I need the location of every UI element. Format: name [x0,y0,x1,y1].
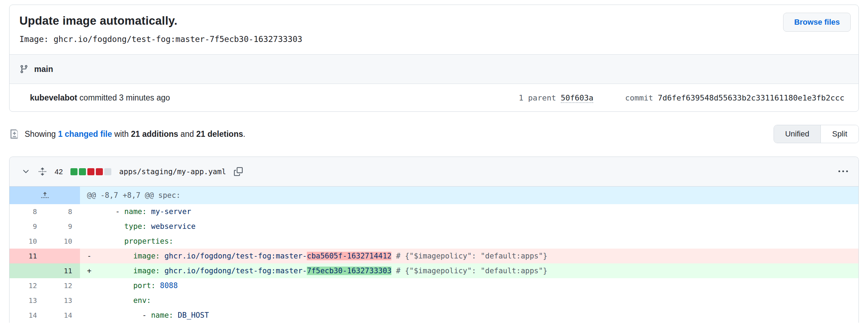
new-line-number[interactable]: 14 [45,308,80,323]
hunk-header-row: @@ -8,7 +8,7 @@ spec: [10,187,858,204]
code-cell: env: [80,293,858,308]
new-line-number[interactable]: 8 [45,204,80,219]
diff-row: 99 type: webservice [10,219,858,234]
changed-files-link[interactable]: 1 changed file [58,129,112,139]
unified-view-button[interactable]: Unified [774,125,820,143]
diffstat-block-neutral [104,168,111,175]
file-diff-icon [9,129,20,139]
deletions-count: 21 deletions [196,129,243,139]
hunk-header-text: @@ -8,7 +8,7 @@ spec: [80,187,858,204]
diff-summary-toolbar: Showing 1 changed file with 21 additions… [9,124,859,144]
code-line: - name: my-server [98,207,191,216]
new-line-number[interactable]: 13 [45,293,80,308]
parent-group: 1 parent 50f603a [519,93,594,102]
commit-description: Image: ghcr.io/fogdong/test-fog:master-7… [19,35,849,44]
diffstat-block-red [96,168,103,175]
summary-mid1: with [112,129,131,139]
new-line-number[interactable]: 10 [45,234,80,249]
diff-row: 11+ image: ghcr.io/fogdong/test-fog:mast… [10,263,858,278]
new-line-number[interactable]: 9 [45,219,80,234]
copy-icon [234,167,243,176]
chevron-down-icon [21,167,30,176]
diff-rows: 88 - name: my-server99 type: webservice1… [10,204,858,323]
commit-sha: 7d6fef639548d55633b2c331161180e1e3fb2ccc [658,93,844,102]
old-line-number[interactable]: 10 [10,234,45,249]
diffstat-block-green [79,168,86,175]
code-cell: - name: DB_HOST [80,308,858,323]
code-line: properties: [98,237,173,245]
git-branch-icon [19,65,29,74]
diff-marker: - [87,249,98,263]
commit-meta-right: 1 parent 50f603a commit 7d6fef639548d556… [519,93,844,102]
commit-label: commit [625,93,658,102]
summary-prefix: Showing [25,129,58,139]
old-line-number[interactable]: 9 [10,219,45,234]
old-line-number[interactable]: 14 [10,308,45,323]
diff-row: 1212 port: 8088 [10,278,858,293]
new-line-number[interactable]: 12 [45,278,80,293]
diff-row: 88 - name: my-server [10,204,858,219]
diff-file-card: 42 apps/staging/my-app.yaml @@ -8,7 +8,7… [9,157,859,323]
changed-files-summary: Showing 1 changed file with 21 additions… [25,129,245,139]
kebab-horizontal-icon [838,167,848,176]
summary-mid2: and [178,129,196,139]
code-line: image: ghcr.io/fogdong/test-fog:master-7… [98,267,547,275]
split-view-button[interactable]: Split [820,125,858,143]
code-cell: properties: [80,234,858,249]
diffstat [70,168,111,175]
diff-view-toggle: Unified Split [774,125,859,143]
diffstat-block-red [87,168,94,175]
code-cell: port: 8088 [80,278,858,293]
code-cell: - name: my-server [80,204,858,219]
new-line-number[interactable]: 11 [45,263,80,278]
diff-row: 11- image: ghcr.io/fogdong/test-fog:mast… [10,249,858,263]
code-cell: + image: ghcr.io/fogdong/test-fog:master… [80,263,858,278]
diff-row: 1414 - name: DB_HOST [10,308,858,323]
code-cell: type: webservice [80,219,858,234]
diffstat-block-green [70,168,78,175]
file-path: apps/staging/my-app.yaml [119,167,226,176]
code-cell: - image: ghcr.io/fogdong/test-fog:master… [80,249,858,263]
old-line-number[interactable] [10,263,45,278]
diff-row: 1313 env: [10,293,858,308]
parent-label: 1 parent [519,93,561,102]
file-header: 42 apps/staging/my-app.yaml [10,157,858,187]
copy-path-button[interactable] [234,167,243,176]
committer-login[interactable]: kubevelabot [30,93,77,102]
diff-row: 1010 properties: [10,234,858,249]
commit-sha-group: commit 7d6fef639548d55633b2c331161180e1e… [625,93,844,102]
commit-title: Update image automatically. [19,14,849,28]
diff-marker: + [87,263,98,278]
unfold-icon [38,167,47,176]
file-changes-count: 42 [55,167,63,176]
branch-name: main [34,65,53,74]
old-line-number[interactable]: 12 [10,278,45,293]
collapse-file-button[interactable] [21,167,30,176]
old-line-number[interactable]: 11 [10,249,45,263]
browse-files-button[interactable]: Browse files [783,13,851,32]
summary-suffix: . [243,129,245,139]
branch-row: main [10,54,858,84]
old-line-number[interactable]: 8 [10,204,45,219]
committer-line: kubevelabot committed 3 minutes ago [30,93,170,103]
commit-page: Update image automatically. Image: ghcr.… [0,0,868,323]
commit-head: Update image automatically. Image: ghcr.… [10,5,858,54]
code-line: port: 8088 [98,281,178,290]
parent-sha-link[interactable]: 50f603a [561,93,594,103]
code-line: image: ghcr.io/fogdong/test-fog:master-c… [98,252,547,260]
old-line-number[interactable]: 13 [10,293,45,308]
expand-all-button[interactable] [38,167,47,176]
new-line-number[interactable] [45,249,80,263]
committed-time: committed 3 minutes ago [77,93,170,102]
commit-meta-row: kubevelabot committed 3 minutes ago 1 pa… [10,84,858,111]
additions-count: 21 additions [131,129,178,139]
code-line: - name: DB_HOST [98,311,209,319]
expand-hunk-button[interactable] [10,187,80,204]
commit-card: Update image automatically. Image: ghcr.… [9,5,859,112]
file-options-button[interactable] [838,167,848,176]
code-line: type: webservice [98,222,196,231]
code-line: env: [98,296,151,305]
fold-up-icon [41,191,49,200]
